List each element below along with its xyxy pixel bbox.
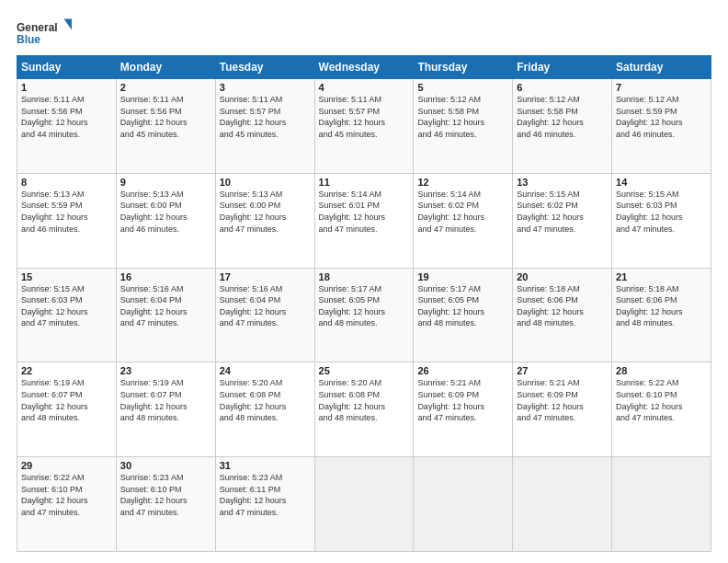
- day-number: 20: [517, 271, 608, 282]
- day-number: 13: [517, 177, 608, 188]
- day-info: Sunrise: 5:14 AMSunset: 6:01 PMDaylight:…: [319, 189, 410, 235]
- calendar-body: 1Sunrise: 5:11 AMSunset: 5:56 PMDaylight…: [17, 79, 711, 552]
- calendar-cell: 11Sunrise: 5:14 AMSunset: 6:01 PMDayligh…: [314, 173, 414, 268]
- page: General Blue SundayMondayTuesdayWednesda…: [0, 0, 728, 563]
- day-info: Sunrise: 5:21 AMSunset: 6:09 PMDaylight:…: [417, 377, 508, 423]
- dow-header: Sunday: [17, 56, 117, 79]
- calendar-cell: 2Sunrise: 5:11 AMSunset: 5:56 PMDaylight…: [116, 79, 215, 174]
- calendar-cell: 25Sunrise: 5:20 AMSunset: 6:08 PMDayligh…: [314, 362, 414, 457]
- dow-header: Friday: [513, 56, 612, 79]
- calendar-cell: 3Sunrise: 5:11 AMSunset: 5:57 PMDaylight…: [215, 79, 314, 174]
- calendar-cell: [513, 457, 612, 552]
- calendar-cell: 22Sunrise: 5:19 AMSunset: 6:07 PMDayligh…: [17, 362, 117, 457]
- header: General Blue: [17, 17, 711, 50]
- day-info: Sunrise: 5:22 AMSunset: 6:10 PMDaylight:…: [616, 377, 707, 423]
- calendar-table: SundayMondayTuesdayWednesdayThursdayFrid…: [17, 55, 711, 552]
- svg-marker-2: [63, 19, 72, 30]
- day-number: 21: [616, 271, 707, 282]
- day-info: Sunrise: 5:11 AMSunset: 5:57 PMDaylight:…: [220, 94, 311, 140]
- calendar-cell: 1Sunrise: 5:11 AMSunset: 5:56 PMDaylight…: [17, 79, 117, 174]
- calendar-cell: 24Sunrise: 5:20 AMSunset: 6:08 PMDayligh…: [215, 362, 314, 457]
- calendar-cell: 12Sunrise: 5:14 AMSunset: 6:02 PMDayligh…: [414, 173, 513, 268]
- calendar-cell: 31Sunrise: 5:23 AMSunset: 6:11 PMDayligh…: [215, 457, 314, 552]
- day-number: 3: [220, 82, 311, 93]
- calendar-cell: 16Sunrise: 5:16 AMSunset: 6:04 PMDayligh…: [116, 268, 215, 362]
- day-number: 19: [417, 271, 508, 282]
- day-number: 23: [120, 365, 211, 376]
- day-info: Sunrise: 5:16 AMSunset: 6:04 PMDaylight:…: [120, 283, 211, 329]
- day-number: 22: [21, 365, 112, 376]
- day-info: Sunrise: 5:21 AMSunset: 6:09 PMDaylight:…: [517, 377, 608, 423]
- calendar-cell: 6Sunrise: 5:12 AMSunset: 5:58 PMDaylight…: [513, 79, 612, 174]
- day-info: Sunrise: 5:12 AMSunset: 5:58 PMDaylight:…: [417, 94, 508, 140]
- calendar-cell: 18Sunrise: 5:17 AMSunset: 6:05 PMDayligh…: [314, 268, 414, 362]
- day-number: 12: [417, 177, 508, 188]
- day-number: 25: [319, 365, 410, 376]
- svg-text:General: General: [17, 21, 58, 34]
- svg-text:Blue: Blue: [17, 33, 40, 46]
- days-of-week-row: SundayMondayTuesdayWednesdayThursdayFrid…: [17, 56, 711, 79]
- dow-header: Monday: [116, 56, 215, 79]
- day-info: Sunrise: 5:15 AMSunset: 6:02 PMDaylight:…: [517, 189, 608, 235]
- day-number: 9: [120, 177, 211, 188]
- calendar-week-row: 15Sunrise: 5:15 AMSunset: 6:03 PMDayligh…: [17, 268, 711, 362]
- calendar-cell: 29Sunrise: 5:22 AMSunset: 6:10 PMDayligh…: [17, 457, 117, 552]
- calendar-cell: 30Sunrise: 5:23 AMSunset: 6:10 PMDayligh…: [116, 457, 215, 552]
- calendar-cell: 20Sunrise: 5:18 AMSunset: 6:06 PMDayligh…: [513, 268, 612, 362]
- day-info: Sunrise: 5:12 AMSunset: 5:59 PMDaylight:…: [616, 94, 707, 140]
- calendar-cell: 5Sunrise: 5:12 AMSunset: 5:58 PMDaylight…: [414, 79, 513, 174]
- calendar-cell: 13Sunrise: 5:15 AMSunset: 6:02 PMDayligh…: [513, 173, 612, 268]
- calendar-cell: [612, 457, 711, 552]
- day-info: Sunrise: 5:11 AMSunset: 5:57 PMDaylight:…: [319, 94, 410, 140]
- calendar-cell: 10Sunrise: 5:13 AMSunset: 6:00 PMDayligh…: [215, 173, 314, 268]
- day-info: Sunrise: 5:18 AMSunset: 6:06 PMDaylight:…: [517, 283, 608, 329]
- calendar-cell: 8Sunrise: 5:13 AMSunset: 5:59 PMDaylight…: [17, 173, 117, 268]
- day-number: 28: [616, 365, 707, 376]
- day-info: Sunrise: 5:20 AMSunset: 6:08 PMDaylight:…: [220, 377, 311, 423]
- dow-header: Tuesday: [215, 56, 314, 79]
- calendar-cell: 9Sunrise: 5:13 AMSunset: 6:00 PMDaylight…: [116, 173, 215, 268]
- calendar-cell: [314, 457, 414, 552]
- day-info: Sunrise: 5:15 AMSunset: 6:03 PMDaylight:…: [616, 189, 707, 235]
- day-info: Sunrise: 5:15 AMSunset: 6:03 PMDaylight:…: [21, 283, 112, 329]
- day-info: Sunrise: 5:11 AMSunset: 5:56 PMDaylight:…: [21, 94, 112, 140]
- calendar-week-row: 29Sunrise: 5:22 AMSunset: 6:10 PMDayligh…: [17, 457, 711, 552]
- day-info: Sunrise: 5:23 AMSunset: 6:11 PMDaylight:…: [220, 472, 311, 518]
- day-number: 26: [417, 365, 508, 376]
- day-number: 29: [21, 460, 112, 471]
- day-number: 7: [616, 82, 707, 93]
- day-number: 15: [21, 271, 112, 282]
- day-info: Sunrise: 5:11 AMSunset: 5:56 PMDaylight:…: [120, 94, 211, 140]
- day-info: Sunrise: 5:13 AMSunset: 5:59 PMDaylight:…: [21, 189, 112, 235]
- day-info: Sunrise: 5:18 AMSunset: 6:06 PMDaylight:…: [616, 283, 707, 329]
- calendar-week-row: 22Sunrise: 5:19 AMSunset: 6:07 PMDayligh…: [17, 362, 711, 457]
- day-number: 30: [120, 460, 211, 471]
- day-number: 18: [319, 271, 410, 282]
- day-number: 5: [417, 82, 508, 93]
- day-info: Sunrise: 5:13 AMSunset: 6:00 PMDaylight:…: [220, 189, 311, 235]
- day-info: Sunrise: 5:17 AMSunset: 6:05 PMDaylight:…: [417, 283, 508, 329]
- day-number: 10: [220, 177, 311, 188]
- day-info: Sunrise: 5:16 AMSunset: 6:04 PMDaylight:…: [220, 283, 311, 329]
- calendar-cell: 27Sunrise: 5:21 AMSunset: 6:09 PMDayligh…: [513, 362, 612, 457]
- day-info: Sunrise: 5:20 AMSunset: 6:08 PMDaylight:…: [319, 377, 410, 423]
- day-number: 24: [220, 365, 311, 376]
- day-number: 6: [517, 82, 608, 93]
- calendar-cell: 28Sunrise: 5:22 AMSunset: 6:10 PMDayligh…: [612, 362, 711, 457]
- day-info: Sunrise: 5:22 AMSunset: 6:10 PMDaylight:…: [21, 472, 112, 518]
- calendar-cell: 15Sunrise: 5:15 AMSunset: 6:03 PMDayligh…: [17, 268, 117, 362]
- calendar-cell: 4Sunrise: 5:11 AMSunset: 5:57 PMDaylight…: [314, 79, 414, 174]
- logo: General Blue: [17, 17, 72, 50]
- day-number: 17: [220, 271, 311, 282]
- day-info: Sunrise: 5:13 AMSunset: 6:00 PMDaylight:…: [120, 189, 211, 235]
- calendar-cell: 17Sunrise: 5:16 AMSunset: 6:04 PMDayligh…: [215, 268, 314, 362]
- day-info: Sunrise: 5:19 AMSunset: 6:07 PMDaylight:…: [21, 377, 112, 423]
- dow-header: Wednesday: [314, 56, 414, 79]
- calendar-cell: 19Sunrise: 5:17 AMSunset: 6:05 PMDayligh…: [414, 268, 513, 362]
- day-number: 14: [616, 177, 707, 188]
- calendar-week-row: 1Sunrise: 5:11 AMSunset: 5:56 PMDaylight…: [17, 79, 711, 174]
- dow-header: Thursday: [414, 56, 513, 79]
- calendar-cell: 23Sunrise: 5:19 AMSunset: 6:07 PMDayligh…: [116, 362, 215, 457]
- day-number: 27: [517, 365, 608, 376]
- calendar-cell: 14Sunrise: 5:15 AMSunset: 6:03 PMDayligh…: [612, 173, 711, 268]
